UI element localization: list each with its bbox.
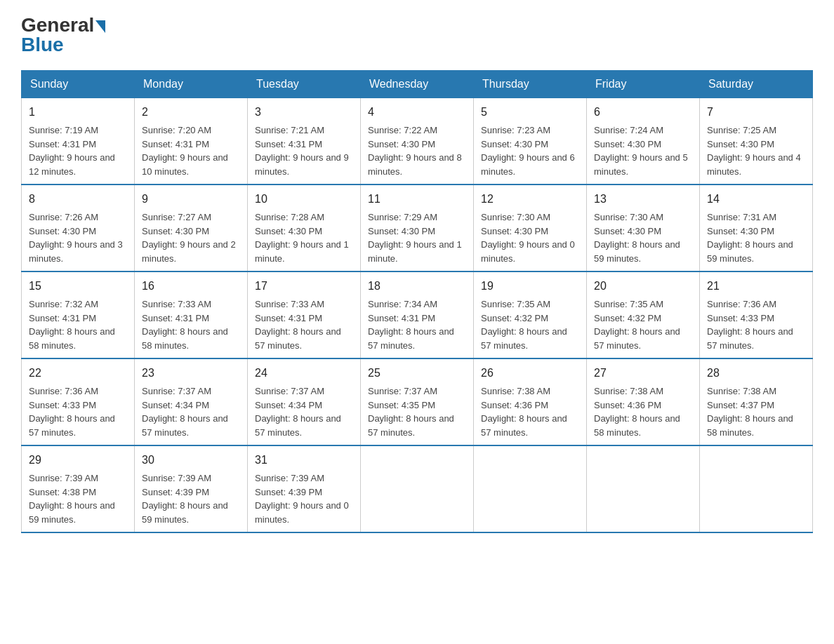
sunrise-info: Sunrise: 7:34 AM [368,299,437,309]
column-header-friday: Friday [587,71,700,98]
sunset-info: Sunset: 4:30 PM [481,226,548,236]
daylight-info: Daylight: 9 hours and 0 minutes. [481,239,575,264]
daylight-info: Daylight: 8 hours and 57 minutes. [255,413,341,438]
daylight-info: Daylight: 8 hours and 57 minutes. [29,413,115,438]
sunrise-info: Sunrise: 7:36 AM [707,299,776,309]
calendar-cell: 3 Sunrise: 7:21 AM Sunset: 4:31 PM Dayli… [248,98,361,185]
daylight-info: Daylight: 9 hours and 1 minute. [255,239,349,264]
sunrise-info: Sunrise: 7:28 AM [255,212,324,222]
calendar-cell: 5 Sunrise: 7:23 AM Sunset: 4:30 PM Dayli… [474,98,587,185]
calendar-cell: 11 Sunrise: 7:29 AM Sunset: 4:30 PM Dayl… [361,185,474,271]
sunset-info: Sunset: 4:30 PM [29,226,96,236]
sunset-info: Sunset: 4:31 PM [142,313,209,323]
daylight-info: Daylight: 9 hours and 3 minutes. [29,239,123,264]
day-number: 18 [368,278,466,295]
day-number: 12 [481,191,579,208]
sunrise-info: Sunrise: 7:23 AM [481,125,550,135]
calendar-cell: 20 Sunrise: 7:35 AM Sunset: 4:32 PM Dayl… [587,271,700,358]
daylight-info: Daylight: 8 hours and 57 minutes. [142,413,228,438]
week-row-5: 29 Sunrise: 7:39 AM Sunset: 4:38 PM Dayl… [22,445,813,532]
sunset-info: Sunset: 4:31 PM [255,139,322,149]
sunrise-info: Sunrise: 7:25 AM [707,125,776,135]
sunset-info: Sunset: 4:31 PM [29,313,96,323]
sunrise-info: Sunrise: 7:35 AM [481,299,550,309]
logo-arrow-icon [95,20,105,33]
daylight-info: Daylight: 9 hours and 12 minutes. [29,152,115,177]
day-number: 17 [255,278,353,295]
sunset-info: Sunset: 4:32 PM [594,313,661,323]
daylight-info: Daylight: 8 hours and 59 minutes. [594,239,680,264]
daylight-info: Daylight: 9 hours and 5 minutes. [594,152,688,177]
day-number: 14 [707,191,805,208]
sunset-info: Sunset: 4:34 PM [255,400,322,410]
daylight-info: Daylight: 8 hours and 59 minutes. [142,500,228,525]
sunset-info: Sunset: 4:34 PM [142,400,209,410]
week-row-1: 1 Sunrise: 7:19 AM Sunset: 4:31 PM Dayli… [22,98,813,185]
day-number: 7 [707,104,805,121]
sunset-info: Sunset: 4:31 PM [255,313,322,323]
day-number: 23 [142,365,240,382]
day-number: 13 [594,191,692,208]
day-number: 10 [255,191,353,208]
logo: General Blue [21,14,105,56]
day-number: 5 [481,104,579,121]
day-number: 6 [594,104,692,121]
logo-blue-text: Blue [21,34,105,56]
calendar-cell: 22 Sunrise: 7:36 AM Sunset: 4:33 PM Dayl… [22,358,135,445]
column-header-saturday: Saturday [700,71,813,98]
sunset-info: Sunset: 4:31 PM [368,313,435,323]
day-number: 4 [368,104,466,121]
day-number: 11 [368,191,466,208]
daylight-info: Daylight: 9 hours and 1 minute. [368,239,462,264]
day-number: 20 [594,278,692,295]
day-number: 21 [707,278,805,295]
daylight-info: Daylight: 8 hours and 57 minutes. [481,326,567,351]
daylight-info: Daylight: 8 hours and 58 minutes. [29,326,115,351]
week-row-3: 15 Sunrise: 7:32 AM Sunset: 4:31 PM Dayl… [22,271,813,358]
sunset-info: Sunset: 4:30 PM [368,139,435,149]
daylight-info: Daylight: 9 hours and 6 minutes. [481,152,575,177]
sunrise-info: Sunrise: 7:27 AM [142,212,211,222]
calendar-cell: 27 Sunrise: 7:38 AM Sunset: 4:36 PM Dayl… [587,358,700,445]
daylight-info: Daylight: 8 hours and 57 minutes. [255,326,341,351]
day-number: 15 [29,278,127,295]
sunset-info: Sunset: 4:30 PM [707,139,774,149]
calendar-table: SundayMondayTuesdayWednesdayThursdayFrid… [21,70,813,533]
day-number: 27 [594,365,692,382]
sunrise-info: Sunrise: 7:35 AM [594,299,663,309]
sunset-info: Sunset: 4:31 PM [142,139,209,149]
sunrise-info: Sunrise: 7:37 AM [142,386,211,396]
sunset-info: Sunset: 4:30 PM [594,226,661,236]
calendar-cell: 13 Sunrise: 7:30 AM Sunset: 4:30 PM Dayl… [587,185,700,271]
day-number: 19 [481,278,579,295]
calendar-cell: 9 Sunrise: 7:27 AM Sunset: 4:30 PM Dayli… [135,185,248,271]
day-number: 24 [255,365,353,382]
calendar-cell: 7 Sunrise: 7:25 AM Sunset: 4:30 PM Dayli… [700,98,813,185]
sunset-info: Sunset: 4:33 PM [707,313,774,323]
page-header: General Blue [21,14,813,56]
calendar-cell: 21 Sunrise: 7:36 AM Sunset: 4:33 PM Dayl… [700,271,813,358]
day-number: 22 [29,365,127,382]
calendar-cell: 23 Sunrise: 7:37 AM Sunset: 4:34 PM Dayl… [135,358,248,445]
sunset-info: Sunset: 4:30 PM [255,226,322,236]
calendar-header-row: SundayMondayTuesdayWednesdayThursdayFrid… [22,71,813,98]
calendar-cell: 4 Sunrise: 7:22 AM Sunset: 4:30 PM Dayli… [361,98,474,185]
calendar-cell: 1 Sunrise: 7:19 AM Sunset: 4:31 PM Dayli… [22,98,135,185]
sunrise-info: Sunrise: 7:39 AM [142,473,211,483]
sunset-info: Sunset: 4:37 PM [707,400,774,410]
sunrise-info: Sunrise: 7:33 AM [255,299,324,309]
sunrise-info: Sunrise: 7:29 AM [368,212,437,222]
sunrise-info: Sunrise: 7:39 AM [255,473,324,483]
sunset-info: Sunset: 4:33 PM [29,400,96,410]
calendar-cell: 26 Sunrise: 7:38 AM Sunset: 4:36 PM Dayl… [474,358,587,445]
sunset-info: Sunset: 4:30 PM [594,139,661,149]
column-header-tuesday: Tuesday [248,71,361,98]
sunrise-info: Sunrise: 7:30 AM [594,212,663,222]
day-number: 1 [29,104,127,121]
sunrise-info: Sunrise: 7:24 AM [594,125,663,135]
sunset-info: Sunset: 4:39 PM [255,487,322,497]
sunrise-info: Sunrise: 7:33 AM [142,299,211,309]
daylight-info: Daylight: 8 hours and 59 minutes. [707,239,793,264]
day-number: 31 [255,452,353,469]
column-header-sunday: Sunday [22,71,135,98]
